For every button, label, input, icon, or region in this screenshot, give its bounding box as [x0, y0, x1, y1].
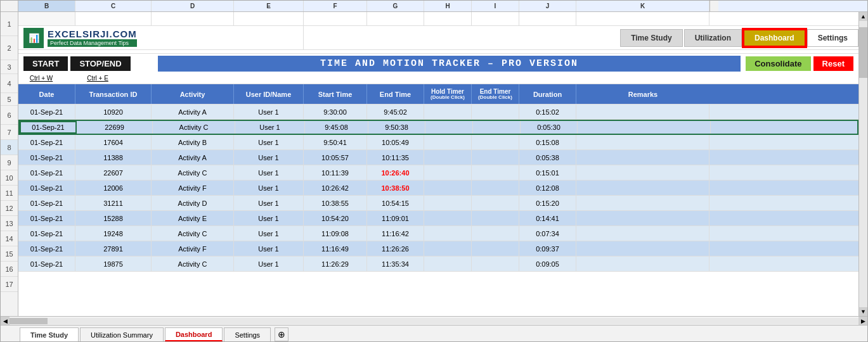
cell-start: 11:09:08: [304, 226, 367, 241]
cell-end: 10:11:35: [367, 150, 424, 165]
nav-utilization-button[interactable]: Utilization: [684, 29, 742, 47]
row-num-14: 14: [1, 231, 18, 246]
cell-end-timer: [472, 180, 519, 195]
cell-remarks: [576, 165, 709, 180]
tracker-title: TIME AND MOTION TRACKER – PRO VERSION: [158, 56, 741, 72]
cell-activity: Activity D: [152, 196, 234, 210]
cell-remarks: [576, 226, 709, 241]
spreadsheet: B C D E F G H I J K 1 2 3 4 5 6 7 8 9 10…: [0, 0, 868, 342]
sheet-body: 1 2 3 4 5 6 7 8 9 10 11 12 13 14 15 16 1…: [1, 12, 867, 316]
row-num-9: 9: [1, 155, 18, 170]
start-button[interactable]: START: [23, 56, 68, 71]
reset-button[interactable]: Reset: [813, 56, 853, 71]
table-row[interactable]: 01-Sep-21 27891 Activity F User 1 11:16:…: [18, 241, 858, 256]
cell-hold: [424, 104, 472, 119]
tab-settings[interactable]: Settings: [224, 327, 271, 341]
consolidate-button[interactable]: Consolidate: [746, 56, 810, 71]
cell-txn-id: 17604: [75, 135, 152, 149]
col-header-b[interactable]: B: [18, 1, 75, 11]
row-num-10: 10: [1, 170, 18, 186]
cell-end: 10:05:49: [367, 135, 424, 149]
header-end-time: End Time: [367, 84, 424, 104]
table-row[interactable]: 01-Sep-21 19248 Activity C User 1 11:09:…: [18, 226, 858, 241]
nav-dashboard-button[interactable]: Dashboard: [743, 29, 806, 47]
cell-hold: [424, 241, 472, 256]
table-row[interactable]: 01-Sep-21 12006 Activity F User 1 10:26:…: [18, 180, 858, 196]
table-row[interactable]: 01-Sep-21 11388 Activity A User 1 10:05:…: [18, 150, 858, 165]
nav-settings-button[interactable]: Settings: [807, 29, 858, 47]
col-header-d[interactable]: D: [152, 1, 234, 11]
cell-txn-id: 22699: [77, 121, 153, 134]
table-row[interactable]: 01-Sep-21 31211 Activity D User 1 10:38:…: [18, 196, 858, 211]
cell-end-timer: [472, 196, 519, 210]
table-row[interactable]: 01-Sep-21 22699 Activity C User 1 9:45:0…: [18, 120, 858, 135]
cell-date: 01-Sep-21: [18, 226, 75, 241]
scroll-right-button[interactable]: ▶: [858, 317, 867, 326]
cell-txn-id: 12006: [75, 180, 152, 195]
col-header-h[interactable]: H: [424, 1, 472, 11]
horizontal-scrollbar[interactable]: ◀ ▶: [1, 316, 867, 325]
stop-button[interactable]: STOP/END: [70, 56, 130, 71]
logo-text: EXCELSIRJI.COM Perfect Data Management T…: [48, 28, 137, 47]
cell-1b: [18, 12, 75, 25]
cell-date: 01-Sep-21: [18, 180, 75, 195]
table-row[interactable]: 01-Sep-21 19875 Activity C User 1 11:26:…: [18, 256, 858, 272]
col-header-j[interactable]: J: [519, 1, 576, 11]
cell-end-timer: [472, 241, 519, 256]
cell-activity: Activity F: [152, 180, 234, 195]
col-header-g[interactable]: G: [367, 1, 424, 11]
table-row[interactable]: 01-Sep-21 15288 Activity E User 1 10:54:…: [18, 211, 858, 226]
scroll-track-horizontal[interactable]: [10, 318, 858, 324]
table-row[interactable]: 01-Sep-21 22607 Activity C User 1 10:11:…: [18, 165, 858, 180]
row5-spacer: [158, 73, 858, 84]
header-duration: Duration: [519, 84, 576, 104]
scroll-thumb-horizontal[interactable]: [10, 318, 48, 324]
nav-time-study-button[interactable]: Time Study: [620, 29, 682, 47]
scroll-down-button[interactable]: ▼: [859, 307, 867, 316]
tab-time-study[interactable]: Time Study: [20, 327, 79, 341]
cell-hold: [424, 211, 472, 225]
scroll-left-button[interactable]: ◀: [1, 317, 10, 326]
header-activity: Activity: [152, 84, 234, 104]
table-row[interactable]: 01-Sep-21 10920 Activity A User 1 9:30:0…: [18, 104, 858, 120]
tab-dashboard[interactable]: Dashboard: [165, 327, 223, 341]
cell-date: 01-Sep-21: [18, 256, 75, 271]
scroll-thumb[interactable]: [859, 27, 867, 78]
tab-utilization-summary[interactable]: Utilization Summary: [80, 327, 164, 341]
col-header-k[interactable]: K: [576, 1, 709, 11]
cell-user: User 1: [234, 135, 304, 149]
table-header-row: Date Transaction ID Activity User ID/Nam…: [18, 84, 858, 104]
col-header-i[interactable]: I: [472, 1, 519, 11]
nav-buttons: Time Study Utilization Dashboard Setting…: [304, 26, 858, 49]
cell-end-red: 10:26:40: [367, 165, 424, 180]
col-header-e[interactable]: E: [234, 1, 304, 11]
scroll-up-button[interactable]: ▲: [859, 12, 867, 21]
cell-user: User 1: [234, 104, 304, 119]
sheet-content: 📊 EXCELSIRJI.COM Perfect Data Management…: [18, 12, 858, 316]
cell-txn-id: 15288: [75, 211, 152, 225]
cell-end: 11:09:01: [367, 211, 424, 225]
header-hold-timer: Hold Timer (Double Click): [424, 84, 472, 104]
cell-txn-id: 27891: [75, 241, 152, 256]
cell-1h: [424, 12, 472, 25]
cell-user: User 1: [234, 226, 304, 241]
scroll-track[interactable]: [859, 21, 867, 307]
cell-end-timer: [472, 104, 519, 119]
cell-end: 10:54:15: [367, 196, 424, 210]
cell-date: 01-Sep-21: [18, 241, 75, 256]
cell-1j: [519, 12, 576, 25]
row-num-1: 1: [1, 12, 18, 36]
cell-user: User 1: [234, 196, 304, 210]
col-header-f[interactable]: F: [304, 1, 367, 11]
cell-end: 11:16:42: [367, 226, 424, 241]
vertical-scrollbar[interactable]: ▲ ▼: [858, 12, 867, 316]
cell-hold: [424, 256, 472, 271]
col-header-c[interactable]: C: [75, 1, 152, 11]
cell-hold: [424, 150, 472, 165]
column-headers: B C D E F G H I J K: [1, 1, 867, 12]
stop-shortcut-label: Ctrl + E: [75, 75, 120, 82]
tab-add-button[interactable]: ⊕: [275, 327, 288, 341]
table-row[interactable]: 01-Sep-21 17604 Activity B User 1 9:50:4…: [18, 135, 858, 150]
row-5: Ctrl + W Ctrl + E: [18, 73, 858, 84]
cell-end-timer: [472, 165, 519, 180]
